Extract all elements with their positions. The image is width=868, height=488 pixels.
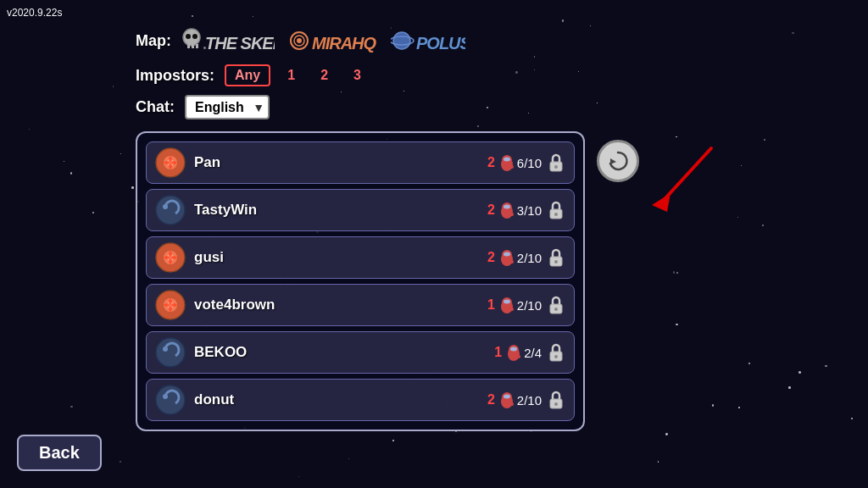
svg-rect-37 bbox=[509, 260, 514, 263]
svg-point-45 bbox=[504, 300, 510, 304]
lobby-impostor-count: 2 bbox=[487, 155, 495, 170]
crewmate-icon bbox=[498, 153, 517, 172]
lobby-lock-icon bbox=[547, 200, 565, 220]
lobby-container: Pan2 6/10 TastyWin2 3/10 bbox=[136, 131, 639, 431]
lobby-avatar bbox=[155, 242, 186, 273]
lobby-row[interactable]: BEKOO1 2/4 bbox=[146, 331, 575, 374]
lobby-impostor-count: 1 bbox=[494, 345, 502, 360]
svg-point-2 bbox=[192, 34, 198, 39]
back-button[interactable]: Back bbox=[17, 435, 102, 471]
lobby-player-count: 2/10 bbox=[517, 393, 542, 408]
map-polus[interactable]: POLUS bbox=[391, 25, 465, 56]
lobby-lock-icon bbox=[547, 342, 565, 363]
svg-point-50 bbox=[163, 347, 168, 352]
svg-point-22 bbox=[554, 165, 558, 169]
svg-point-0 bbox=[183, 29, 200, 46]
map-filter-row: Map: THE SKELD bbox=[136, 25, 465, 56]
lobby-avatar bbox=[155, 290, 186, 320]
chat-select-wrapper: English Other ▼ bbox=[185, 95, 270, 119]
lobby-lock-icon bbox=[547, 295, 565, 315]
lobby-avatar bbox=[155, 337, 186, 368]
chat-label: Chat: bbox=[136, 98, 175, 116]
lobby-name: donut bbox=[194, 391, 487, 408]
lobby-row[interactable]: gusi2 2/10 bbox=[146, 236, 575, 279]
lobby-name: TastyWin bbox=[194, 202, 487, 219]
lobby-avatar bbox=[155, 385, 186, 415]
svg-point-24 bbox=[163, 204, 168, 209]
lobby-name: gusi bbox=[194, 249, 487, 266]
lobby-name: Pan bbox=[194, 154, 487, 171]
svg-point-58 bbox=[163, 394, 168, 399]
lobby-lock-icon bbox=[547, 247, 565, 268]
lobby-player-count: 2/10 bbox=[517, 251, 542, 265]
svg-text:MIRAHQ: MIRAHQ bbox=[312, 34, 377, 53]
svg-marker-65 bbox=[610, 158, 616, 164]
svg-point-9 bbox=[297, 38, 302, 43]
crewmate-icon bbox=[498, 296, 517, 314]
svg-point-64 bbox=[554, 402, 558, 406]
svg-point-27 bbox=[504, 205, 510, 209]
svg-rect-54 bbox=[516, 355, 520, 358]
svg-rect-28 bbox=[509, 213, 514, 216]
lobby-impostor-count: 1 bbox=[487, 297, 495, 313]
lobby-player-count: 6/10 bbox=[517, 156, 542, 170]
crewmate-icon bbox=[498, 391, 517, 409]
crewmate-icon bbox=[498, 201, 517, 219]
svg-rect-46 bbox=[509, 308, 514, 311]
impostors-label: Impostors: bbox=[136, 67, 214, 85]
lobby-row[interactable]: vote4brown1 2/10 bbox=[146, 284, 575, 326]
svg-rect-4 bbox=[192, 44, 194, 48]
svg-point-19 bbox=[504, 158, 510, 162]
map-mirahq[interactable]: MIRAHQ bbox=[288, 25, 377, 56]
impostor-1-btn[interactable]: 1 bbox=[279, 66, 303, 85]
map-logos: THE SKELD MIRAHQ POLUS bbox=[181, 25, 465, 56]
svg-text:THE SKELD: THE SKELD bbox=[205, 34, 275, 53]
impostor-2-btn[interactable]: 2 bbox=[312, 66, 337, 85]
svg-point-11 bbox=[393, 32, 410, 49]
map-label: Map: bbox=[136, 32, 171, 50]
lobby-row[interactable]: donut2 2/10 bbox=[146, 379, 575, 421]
lobby-row[interactable]: TastyWin2 3/10 bbox=[146, 189, 575, 231]
svg-point-36 bbox=[504, 252, 510, 257]
svg-rect-62 bbox=[509, 402, 514, 406]
svg-point-56 bbox=[554, 355, 558, 358]
lobby-row[interactable]: Pan2 6/10 bbox=[146, 141, 575, 184]
lobby-list: Pan2 6/10 TastyWin2 3/10 bbox=[136, 131, 585, 431]
svg-point-53 bbox=[510, 347, 517, 352]
lobby-player-count: 3/10 bbox=[517, 203, 542, 218]
chat-select[interactable]: English Other bbox=[185, 95, 270, 119]
impostors-filter-row: Impostors: Any 1 2 3 bbox=[136, 64, 378, 86]
svg-point-30 bbox=[554, 213, 558, 216]
lobby-impostor-count: 2 bbox=[487, 250, 495, 265]
lobby-player-count: 2/10 bbox=[517, 298, 542, 313]
map-skeld[interactable]: THE SKELD bbox=[181, 25, 275, 56]
impostor-3-btn[interactable]: 3 bbox=[345, 66, 370, 85]
svg-rect-5 bbox=[196, 44, 198, 48]
lobby-lock-icon bbox=[547, 152, 565, 173]
crewmate-icon bbox=[505, 343, 524, 362]
svg-point-39 bbox=[554, 260, 558, 263]
lobby-avatar bbox=[155, 147, 186, 178]
impostor-any-btn[interactable]: Any bbox=[225, 64, 270, 86]
main-content: Map: THE SKELD bbox=[0, 0, 868, 488]
svg-rect-3 bbox=[187, 44, 190, 48]
lobby-lock-icon bbox=[547, 390, 565, 410]
lobby-impostor-count: 2 bbox=[487, 202, 495, 218]
lobby-name: vote4brown bbox=[194, 297, 487, 313]
svg-rect-20 bbox=[509, 165, 514, 169]
lobby-name: BEKOO bbox=[194, 344, 494, 361]
svg-text:POLUS: POLUS bbox=[416, 34, 465, 53]
chat-filter-row: Chat: English Other ▼ bbox=[136, 95, 270, 119]
lobby-avatar bbox=[155, 195, 186, 225]
lobby-player-count: 2/4 bbox=[524, 346, 542, 360]
crewmate-icon bbox=[498, 248, 517, 267]
lobby-impostor-count: 2 bbox=[487, 392, 495, 408]
svg-point-61 bbox=[504, 395, 510, 399]
svg-point-1 bbox=[186, 34, 191, 39]
refresh-button[interactable] bbox=[597, 140, 639, 182]
svg-point-48 bbox=[554, 308, 558, 311]
